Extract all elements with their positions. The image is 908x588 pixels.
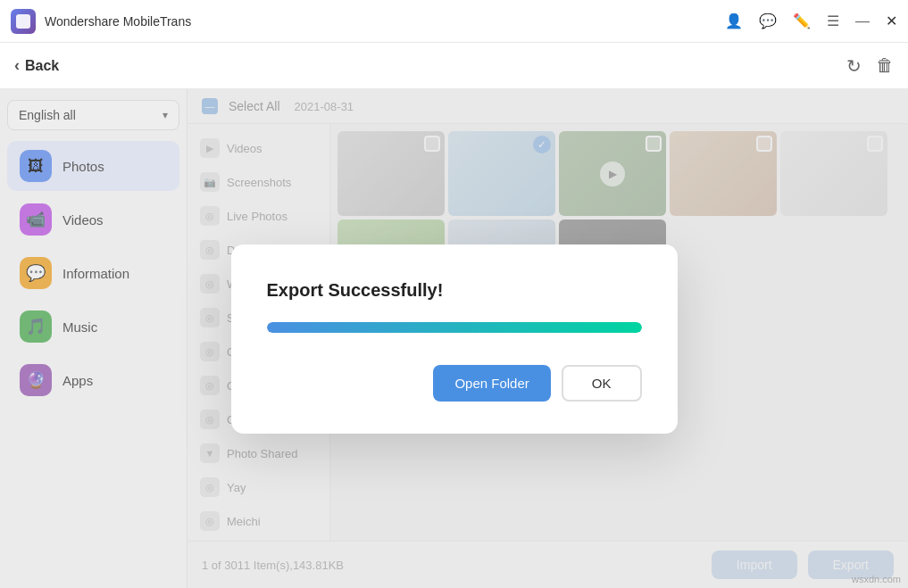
back-label: Back <box>25 58 59 74</box>
progress-bar-background <box>267 322 642 333</box>
window-controls: 👤 💬 ✏️ ☰ — ✕ <box>725 14 897 29</box>
close-button[interactable]: ✕ <box>886 14 897 29</box>
refresh-icon[interactable]: ↻ <box>846 55 862 77</box>
top-bar: ‹ Back ↻ 🗑 <box>0 43 908 89</box>
dialog-overlay: Export Successfully! Open Folder OK <box>0 89 908 588</box>
top-actions: ↻ 🗑 <box>846 55 894 77</box>
menu-icon[interactable]: ☰ <box>827 14 839 29</box>
chat-icon[interactable]: 💬 <box>759 14 777 29</box>
open-folder-button[interactable]: Open Folder <box>433 365 550 402</box>
ok-button[interactable]: OK <box>562 365 642 402</box>
main-layout: English all ▾ 🖼 Photos 📹 Videos 💬 Inform… <box>0 89 908 588</box>
app-title: Wondershare MobileTrans <box>45 14 191 29</box>
dialog-actions: Open Folder OK <box>267 365 642 402</box>
title-bar: Wondershare MobileTrans 👤 💬 ✏️ ☰ — ✕ <box>0 0 908 43</box>
back-button[interactable]: ‹ Back <box>14 56 59 75</box>
back-arrow-icon: ‹ <box>14 56 20 75</box>
profile-icon[interactable]: 👤 <box>725 14 743 29</box>
export-success-dialog: Export Successfully! Open Folder OK <box>231 244 678 434</box>
app-icon <box>11 9 36 34</box>
progress-bar-fill <box>267 322 642 333</box>
edit-icon[interactable]: ✏️ <box>793 14 811 29</box>
dialog-title: Export Successfully! <box>267 280 642 301</box>
delete-icon[interactable]: 🗑 <box>876 55 894 76</box>
watermark: wsxdn.com <box>852 574 901 584</box>
minimize-button[interactable]: — <box>855 14 870 29</box>
